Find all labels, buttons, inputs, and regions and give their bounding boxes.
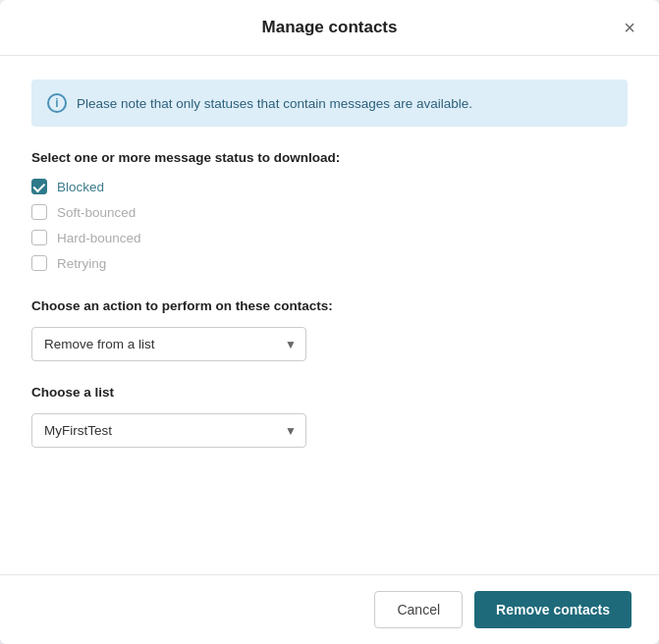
list-section: Choose a list MyFirstTest List2 List3 ▼ bbox=[31, 385, 628, 448]
checkbox-hard-bounced[interactable]: Hard-bounced bbox=[31, 230, 628, 245]
checkbox-retrying[interactable]: Retrying bbox=[31, 255, 628, 271]
checkbox-soft-bounced-box bbox=[31, 204, 47, 220]
close-button[interactable]: × bbox=[618, 16, 641, 39]
checkbox-blocked-label: Blocked bbox=[57, 180, 104, 194]
checkbox-hard-bounced-box bbox=[31, 230, 47, 245]
dialog-footer: Cancel Remove contacts bbox=[0, 574, 659, 644]
checkbox-group: Blocked Soft-bounced Hard-bounced Retryi… bbox=[31, 179, 628, 271]
checkbox-blocked-box bbox=[31, 179, 47, 194]
checkbox-soft-bounced[interactable]: Soft-bounced bbox=[31, 204, 628, 220]
action-select[interactable]: Remove from a list Add to a list Unsubsc… bbox=[31, 327, 306, 361]
checkbox-blocked[interactable]: Blocked bbox=[31, 179, 628, 194]
checkbox-retrying-box bbox=[31, 255, 47, 271]
info-text: Please note that only statuses that cont… bbox=[77, 96, 472, 111]
list-section-label: Choose a list bbox=[31, 385, 628, 400]
checkbox-soft-bounced-label: Soft-bounced bbox=[57, 205, 136, 220]
list-select-wrapper: MyFirstTest List2 List3 ▼ bbox=[31, 413, 306, 448]
status-section-label: Select one or more message status to dow… bbox=[31, 150, 628, 165]
dialog-header: Manage contacts × bbox=[0, 0, 659, 56]
manage-contacts-dialog: Manage contacts × i Please note that onl… bbox=[0, 0, 659, 644]
checkbox-hard-bounced-label: Hard-bounced bbox=[57, 231, 141, 245]
info-icon: i bbox=[47, 93, 67, 113]
info-banner: i Please note that only statuses that co… bbox=[31, 80, 628, 127]
dialog-body: i Please note that only statuses that co… bbox=[0, 56, 659, 574]
action-section-label: Choose an action to perform on these con… bbox=[31, 298, 628, 313]
dialog-title: Manage contacts bbox=[262, 18, 398, 37]
action-select-wrapper: Remove from a list Add to a list Unsubsc… bbox=[31, 327, 306, 361]
remove-contacts-button[interactable]: Remove contacts bbox=[474, 591, 632, 628]
list-select[interactable]: MyFirstTest List2 List3 bbox=[31, 413, 306, 448]
cancel-button[interactable]: Cancel bbox=[374, 591, 463, 628]
checkbox-retrying-label: Retrying bbox=[57, 256, 106, 271]
action-section: Choose an action to perform on these con… bbox=[31, 298, 628, 361]
